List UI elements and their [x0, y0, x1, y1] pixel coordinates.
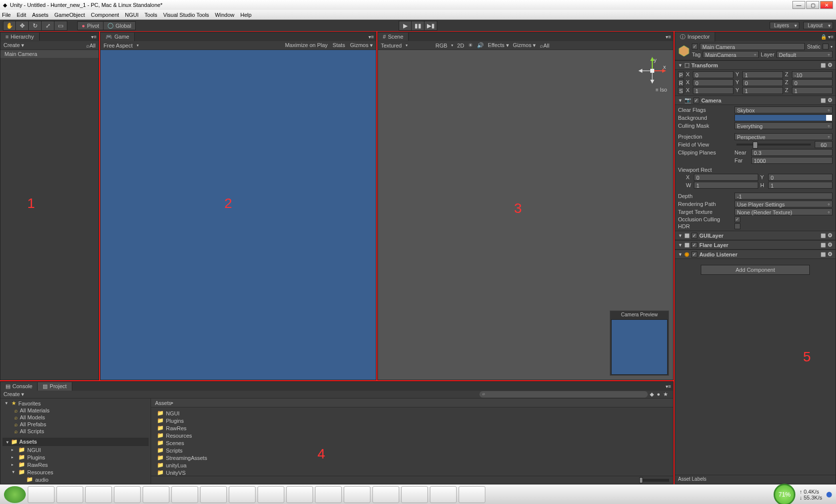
scale-tool-button[interactable]: ⤢ [42, 21, 54, 31]
help-icon[interactable]: ▩ [821, 232, 826, 239]
filter-type-icon[interactable]: ● [657, 391, 660, 398]
culling-mask-dropdown[interactable]: Everything [734, 122, 833, 129]
fav-all-materials[interactable]: ⌕All Materials [2, 407, 149, 414]
help-icon[interactable]: ▩ [821, 251, 826, 257]
gizmos-dropdown[interactable]: Gizmos ▾ [513, 42, 536, 49]
menu-file[interactable]: File [2, 12, 11, 18]
fav-all-scripts[interactable]: ⌕All Scripts [2, 428, 149, 435]
minimize-button[interactable]: — [792, 1, 805, 9]
hierarchy-search[interactable]: ⌕All [86, 43, 96, 49]
folder-unityvs[interactable]: 📁UnityVS [155, 469, 669, 476]
camera-enabled-checkbox[interactable]: ✓ [693, 98, 699, 103]
task-item[interactable] [114, 486, 141, 503]
gizmos-dropdown[interactable]: Gizmos ▾ [350, 42, 373, 49]
gameobject-name-field[interactable]: Main Camera [700, 43, 805, 50]
task-item[interactable] [229, 486, 256, 503]
near-field[interactable]: 0.3 [751, 149, 833, 156]
rot-y-field[interactable]: 0 [742, 79, 783, 86]
panel-options-icon[interactable]: ▾≡ [664, 384, 673, 389]
folder-ngui[interactable]: 📁NGUI [155, 409, 669, 417]
task-item[interactable] [372, 486, 399, 503]
menu-help[interactable]: Help [240, 12, 252, 18]
layers-dropdown[interactable]: Layers [770, 22, 799, 29]
depth-field[interactable]: -1 [734, 193, 833, 200]
start-button[interactable] [4, 486, 26, 503]
add-component-button[interactable]: Add Component [701, 265, 810, 275]
scene-search[interactable]: ⌕All [540, 43, 549, 49]
vp-y-field[interactable]: 0 [768, 174, 833, 181]
hand-tool-button[interactable]: ✋ [3, 21, 16, 31]
scale-y-field[interactable]: 1 [742, 87, 783, 94]
transform-component-header[interactable]: ▼ ⬚ Transform ▩⚙ [675, 60, 836, 70]
menu-component[interactable]: Component [91, 12, 119, 18]
scale-x-field[interactable]: 1 [693, 87, 733, 94]
panel-options-icon[interactable]: ▾≡ [366, 34, 376, 40]
hierarchy-tab[interactable]: ≡Hierarchy [0, 33, 40, 41]
menu-ngui[interactable]: NGUI [125, 12, 139, 18]
task-item[interactable] [200, 486, 227, 503]
task-item[interactable] [401, 486, 428, 503]
folder-streamingassets[interactable]: 📁StreamingAssets [155, 454, 669, 461]
inspector-tab[interactable]: ⓘInspector [675, 32, 715, 42]
fav-all-models[interactable]: ⌕All Models [2, 414, 149, 421]
menu-gameobject[interactable]: GameObject [54, 12, 85, 18]
foldout-icon[interactable]: ▼ [678, 243, 682, 248]
help-icon[interactable]: ▩ [821, 97, 826, 103]
task-item[interactable] [85, 486, 112, 503]
network-monitor-icon[interactable]: 71% [774, 484, 795, 504]
gear-icon[interactable]: ⚙ [828, 232, 833, 239]
tree-battle-effect[interactable]: 📁battle_effect_prefab [2, 483, 149, 484]
task-item[interactable] [56, 486, 83, 503]
panel-options-icon[interactable]: ▾≡ [664, 34, 673, 40]
occlusion-culling-checkbox[interactable]: ✓ [734, 216, 740, 222]
menu-vstools[interactable]: Visual Studio Tools [163, 12, 209, 18]
gear-icon[interactable]: ⚙ [828, 97, 833, 103]
game-tab[interactable]: 🎮Game [101, 33, 135, 41]
active-checkbox[interactable]: ✓ [692, 44, 698, 50]
audio-enabled-checkbox[interactable]: ✓ [691, 252, 697, 257]
task-item[interactable] [143, 486, 169, 503]
gear-icon[interactable]: ⚙ [828, 251, 833, 257]
task-item[interactable] [430, 486, 457, 503]
pause-button[interactable]: ▮▮ [412, 21, 424, 31]
project-tab[interactable]: ▥Project [38, 382, 72, 391]
gear-icon[interactable]: ⚙ [828, 242, 833, 248]
step-button[interactable]: ▶▮ [424, 21, 437, 31]
global-toggle[interactable]: ◯Global [104, 21, 136, 30]
maximize-button[interactable]: ▢ [806, 1, 819, 9]
folder-resources[interactable]: 📁Resources [155, 432, 669, 439]
task-item[interactable] [258, 486, 284, 503]
tree-ngui[interactable]: ▸📁NGUI [2, 446, 149, 454]
static-checkbox[interactable] [823, 44, 829, 50]
tag-dropdown[interactable]: MainCamera [703, 51, 759, 58]
pos-z-field[interactable]: -10 [792, 71, 833, 78]
rgb-dropdown[interactable]: RGB [435, 43, 447, 49]
project-breadcrumb[interactable]: Assets ▸ [151, 399, 673, 407]
help-icon[interactable]: ▩ [821, 62, 826, 68]
foldout-icon[interactable]: ▼ [678, 98, 682, 103]
menu-window[interactable]: Window [215, 12, 234, 18]
task-item[interactable] [344, 486, 370, 503]
task-item[interactable] [286, 486, 313, 503]
create-dropdown[interactable]: Create ▾ [3, 42, 24, 49]
folder-scripts[interactable]: 📁Scripts [155, 447, 669, 454]
2d-toggle[interactable]: 2D [457, 43, 464, 49]
flarelayer-component-header[interactable]: ▼▩✓Flare Layer▩⚙ [675, 240, 836, 250]
tree-rawres[interactable]: ▸📁RawRes [2, 461, 149, 468]
fov-field[interactable]: 60 [815, 141, 833, 148]
layer-dropdown[interactable]: Default [777, 51, 833, 58]
favorites-header[interactable]: ▼★Favorites [2, 400, 149, 407]
menu-assets[interactable]: Assets [32, 12, 49, 18]
assets-root[interactable]: ▼ 📁 Assets [2, 438, 149, 446]
rotate-tool-button[interactable]: ↻ [29, 21, 42, 31]
effects-dropdown[interactable]: Effects ▾ [488, 42, 509, 49]
folder-scenes[interactable]: 📁Scenes [155, 439, 669, 447]
pos-x-field[interactable]: 0 [693, 71, 733, 78]
help-icon[interactable]: ▩ [821, 242, 826, 248]
tray-icon[interactable]: ⬤ [826, 491, 832, 498]
scene-tab[interactable]: #Scene [378, 33, 409, 41]
fov-slider[interactable] [736, 144, 811, 146]
static-dropdown-icon[interactable]: ▾ [831, 45, 833, 49]
console-tab[interactable]: ▤Console [0, 382, 38, 391]
save-search-icon[interactable]: ★ [663, 391, 668, 398]
